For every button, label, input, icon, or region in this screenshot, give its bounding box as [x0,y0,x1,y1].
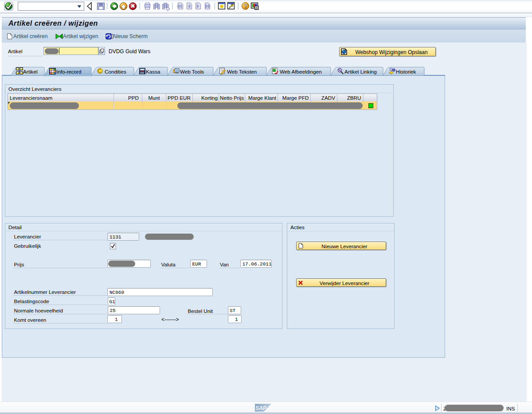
svg-text:?: ? [244,2,248,10]
svg-text:SAP: SAP [255,405,267,411]
